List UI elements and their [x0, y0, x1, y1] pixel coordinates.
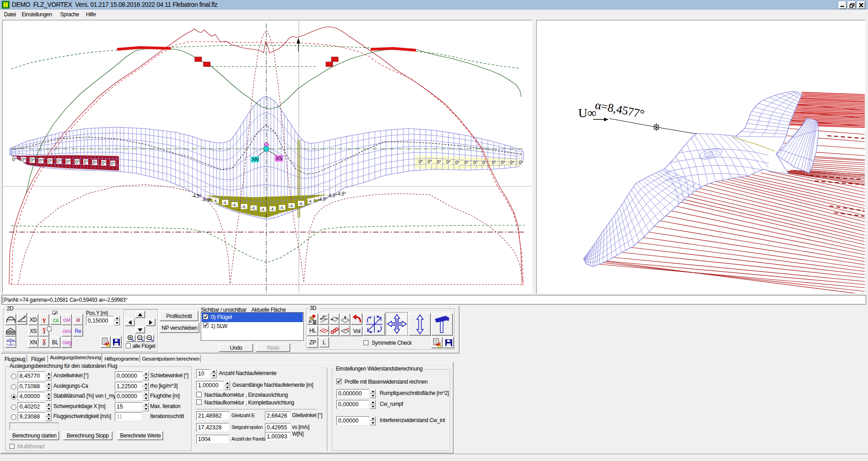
svg-text:-4,9°: -4,9° — [327, 193, 337, 198]
svg-text:0°: 0° — [39, 158, 43, 163]
svg-text:0°: 0° — [455, 160, 460, 165]
svg-text:0°: 0° — [102, 161, 106, 166]
svg-text:-4,: -4, — [251, 206, 256, 210]
svg-text:-4,9°: -4,9° — [202, 197, 211, 202]
svg-text:α: α — [322, 314, 325, 318]
svg-text:0°: 0° — [75, 160, 80, 165]
svg-text:0°: 0° — [473, 160, 478, 165]
svg-text:0°: 0° — [482, 160, 487, 165]
svg-text:0°: 0° — [111, 161, 115, 166]
svg-text:XN: XN — [252, 157, 259, 162]
svg-text:0°: 0° — [446, 160, 451, 165]
svg-text:-4,: -4, — [222, 200, 227, 205]
svg-text:-4,: -4, — [213, 199, 218, 203]
svg-text:-4,: -4, — [270, 207, 275, 211]
svg-text:0°: 0° — [510, 160, 514, 165]
svg-text:0°: 0° — [84, 160, 88, 165]
svg-text:1:1: 1:1 — [138, 336, 141, 339]
svg-text:0°: 0° — [501, 160, 505, 165]
svg-text:0°: 0° — [428, 159, 432, 164]
svg-text:-4,: -4, — [289, 204, 294, 208]
svg-text:0°: 0° — [492, 160, 496, 165]
svg-text:-4,9°: -4,9° — [318, 197, 327, 202]
svg-text:0°: 0° — [21, 157, 26, 162]
svg-text:0°: 0° — [519, 160, 524, 165]
svg-text:-4,: -4, — [298, 201, 303, 206]
svg-text:-4,: -4, — [308, 199, 313, 204]
svg-text:0°: 0° — [464, 160, 469, 165]
svg-text:U∞: U∞ — [578, 106, 596, 120]
svg-text:-4,: -4, — [260, 207, 265, 212]
svg-text:0°: 0° — [48, 159, 52, 164]
svg-text:XS: XS — [276, 156, 283, 161]
svg-text:-4,: -4, — [279, 205, 284, 210]
svg-text:0°: 0° — [30, 158, 35, 163]
svg-text:0°: 0° — [12, 157, 17, 162]
svg-text:0°: 0° — [419, 159, 423, 164]
svg-text:-4,9°: -4,9° — [336, 191, 346, 196]
svg-text:0°: 0° — [93, 160, 97, 165]
svg-text:-4,: -4, — [232, 203, 237, 207]
svg-text:-4,9°: -4,9° — [192, 194, 201, 199]
svg-text:α=8,4577°: α=8,4577° — [594, 98, 646, 120]
svg-text:0°: 0° — [437, 160, 441, 165]
svg-text:-4,: -4, — [241, 204, 246, 209]
svg-text:0°: 0° — [57, 159, 61, 164]
svg-text:0°: 0° — [66, 159, 71, 164]
